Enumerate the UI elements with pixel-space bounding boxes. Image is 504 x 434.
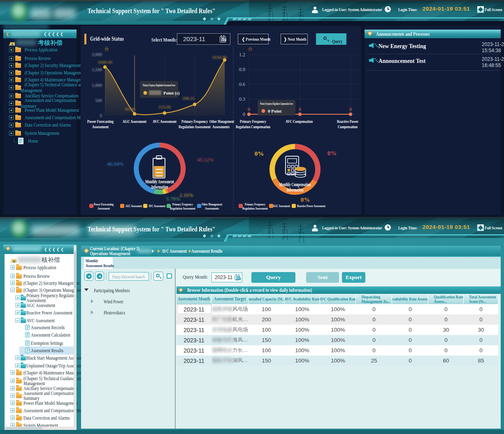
svg-text:Other Management: Other Management: [209, 119, 234, 124]
svg-text:Primary Frequency: Primary Frequency: [181, 119, 208, 124]
svg-text:0.3: 0.3: [239, 96, 245, 102]
svg-text:45.12%: 45.12%: [197, 157, 214, 163]
svg-text:2.16%: 2.16%: [179, 192, 193, 198]
svg-text:0: 0: [248, 106, 250, 112]
svg-text:AVC Compensation: AVC Compensation: [286, 119, 313, 124]
svg-text:AVC Assessment: AVC Assessment: [149, 204, 165, 208]
svg-text:Regulation Assessment: Regulation Assessment: [242, 206, 268, 210]
svg-text:5.79%: 5.79%: [166, 196, 180, 202]
svg-text:Compensation: Compensation: [338, 124, 358, 129]
svg-text:Assessments: Assessments: [205, 206, 219, 210]
svg-text:分: 分: [248, 46, 253, 51]
svg-text:1600.00: 1600.00: [98, 60, 112, 65]
svg-text:Reactive Power: Reactive Power: [337, 119, 358, 124]
svg-text:Primary Frequency Regulation A: Primary Frequency Regulation Assessment …: [143, 83, 175, 87]
svg-text:1,500: 1,500: [92, 67, 102, 72]
svg-text:1636.00: 1636.00: [212, 55, 227, 60]
svg-text:500: 500: [95, 98, 102, 103]
svg-text:Information: Information: [151, 184, 168, 190]
svg-text:Power Forecasting: Power Forecasting: [87, 119, 114, 124]
svg-text:Reactive Power Assessment: Reactive Power Assessment: [297, 204, 325, 208]
svg-text:Primary Frequency: Primary Frequency: [245, 202, 265, 206]
svg-text:分: 分: [105, 46, 109, 51]
svg-text:Other Management: Other Management: [202, 202, 222, 206]
svg-text:60.36: 60.36: [125, 106, 135, 111]
svg-text:0%: 0%: [255, 150, 264, 157]
svg-text:398.35: 398.35: [182, 96, 195, 101]
svg-text:Regulation Assessment: Regulation Assessment: [170, 206, 195, 210]
svg-text:0: 0: [243, 111, 245, 117]
svg-text:2,000: 2,000: [92, 52, 102, 57]
svg-text:0%: 0%: [301, 196, 310, 203]
svg-text:Primary Frequency Regulation C: Primary Frequency Regulation Compensatio…: [260, 102, 293, 106]
svg-text:0%: 0%: [327, 150, 337, 157]
svg-text:AVC Assessment: AVC Assessment: [153, 119, 177, 124]
svg-text:Primary Frequency: Primary Frequency: [240, 119, 266, 124]
svg-text:0 Point: 0 Point: [268, 108, 282, 113]
svg-text:Point (s): Point (s): [163, 90, 180, 96]
svg-text:Assessment: Assessment: [98, 206, 110, 210]
svg-text:115.00: 115.00: [158, 104, 171, 109]
svg-text:Monthly Compensation: Monthly Compensation: [279, 182, 311, 187]
svg-text:Regulation Assessment: Regulation Assessment: [179, 124, 211, 129]
svg-text:AGC Assessment: AGC Assessment: [273, 204, 290, 208]
svg-text:46.04%: 46.04%: [107, 161, 123, 167]
svg-text:Primary Frequency: Primary Frequency: [172, 202, 193, 206]
svg-text:Power Forecasting: Power Forecasting: [94, 202, 114, 206]
svg-text:1,000: 1,000: [92, 83, 102, 88]
svg-text:0: 0: [100, 113, 102, 118]
svg-text:0: 0: [299, 106, 301, 112]
svg-text:Regulation Compensation: Regulation Compensation: [236, 124, 270, 129]
svg-text:AGC Assessment: AGC Assessment: [123, 119, 146, 124]
svg-text:1.2: 1.2: [239, 52, 245, 58]
svg-text:0.9: 0.9: [239, 67, 245, 72]
svg-text:0: 0: [349, 106, 352, 112]
svg-text:Information: Information: [287, 187, 304, 193]
svg-text:Monthly Assessment: Monthly Assessment: [145, 179, 174, 185]
svg-text:Assessments: Assessments: [212, 124, 230, 129]
svg-text:AGC Assessment: AGC Assessment: [125, 204, 142, 208]
svg-text:0.6: 0.6: [239, 81, 245, 87]
svg-text:Assessment: Assessment: [92, 124, 109, 129]
